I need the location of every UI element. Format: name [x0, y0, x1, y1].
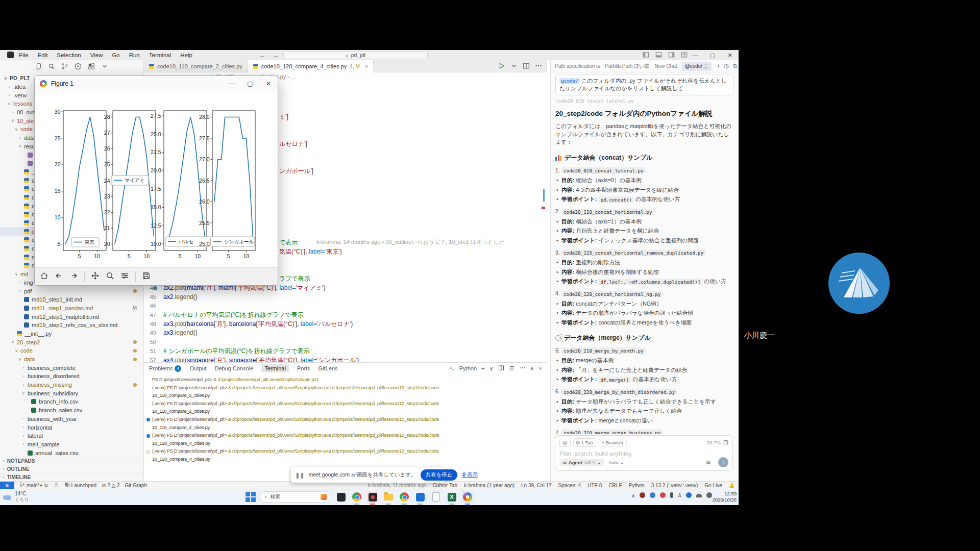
panel-tab-debug-console[interactable]: Debug Console [215, 365, 254, 371]
tree-item-data[interactable]: ∨data [0, 355, 144, 364]
tray-mic-icon[interactable] [670, 492, 673, 499]
panel-tab-output[interactable]: Output [189, 365, 206, 371]
chat-tab-3[interactable]: @code/ こ [682, 62, 712, 71]
close-button[interactable]: ✕ [721, 50, 739, 60]
tree-item-md10_step1_init.md[interactable]: md10_step1_init.md [0, 295, 144, 304]
status-spaces-4[interactable]: Spaces: 4 [558, 483, 581, 488]
layout-secondary-icon[interactable] [668, 52, 675, 59]
status-cursor-tab[interactable]: Cursor Tab [432, 483, 457, 488]
section-timeline[interactable]: ›TIMELINE [0, 473, 144, 481]
tab-context-chip[interactable]: ⧉1 Tab [573, 438, 596, 447]
minimize-button[interactable]: — [687, 50, 704, 60]
tree-item-business_complete[interactable]: ›business_complete [0, 363, 144, 372]
figure-titlebar[interactable]: Figure 1 — ▢ ✕ [35, 76, 278, 91]
status-ln-39-col-17[interactable]: Ln 39, Col 17 [521, 483, 552, 488]
file-chip[interactable]: code20_010_concat_lateral.py [561, 167, 646, 173]
maximize-button[interactable]: ▢ [704, 50, 721, 60]
tree-item-branch_info.csv[interactable]: branch_info.csv [0, 397, 144, 406]
browser-chip[interactable]: + Browser [599, 439, 627, 447]
nav-forward-icon[interactable]: → [273, 52, 279, 59]
menu-run[interactable]: Run [129, 52, 140, 58]
hide-link[interactable]: 非表示 [461, 471, 478, 479]
tree-item-20_step2[interactable]: ∨20_step2 [0, 338, 144, 346]
tree-item-annual_sales.csv[interactable]: annual_sales.csv [0, 448, 144, 456]
menu-terminal[interactable]: Terminal [149, 52, 171, 58]
status-crlf[interactable]: CRLF [608, 483, 622, 488]
split-terminal-icon[interactable] [498, 365, 504, 372]
file-chip[interactable]: code20_115_concat_horizontal_remove_dupl… [561, 249, 705, 256]
taskbar-notepad-icon[interactable] [430, 491, 442, 503]
kill-terminal-icon[interactable] [509, 365, 515, 372]
tree-item-__init__.py[interactable]: __init__.py [0, 330, 144, 338]
file-chip[interactable]: code20_210_merge_by_month.py [561, 347, 646, 354]
figure-maximize-button[interactable]: ▢ [241, 76, 259, 91]
layout-panel-icon[interactable] [655, 52, 662, 59]
editor-tab-code10_120_compare_4_cities.py[interactable]: code10_120_compare_4_cities.py4, M× [248, 60, 374, 72]
command-center-search[interactable]: ⌕ pd_plt [283, 51, 428, 59]
search-icon[interactable] [47, 62, 56, 70]
tray-chevron-up-icon[interactable]: ∧ [631, 493, 635, 498]
figure-tool-zoom-icon[interactable] [106, 271, 114, 282]
send-button[interactable]: ↑ [718, 457, 728, 467]
tree-item-business_disordered[interactable]: ›business_disordered [0, 372, 144, 381]
copy-files-icon[interactable] [34, 62, 42, 70]
taskbar-matplotlib-icon[interactable] [461, 491, 474, 503]
figure-tool-save-icon[interactable] [142, 271, 151, 282]
tree-item-horizontal[interactable]: ›horizontal [0, 423, 144, 432]
tree-item-lateral[interactable]: ›lateral [0, 432, 144, 440]
status-go-live[interactable]: Go Live [704, 483, 722, 488]
taskbar-task-view-icon[interactable] [335, 491, 347, 503]
layout-sidebar-icon[interactable] [643, 52, 649, 59]
figure-close-button[interactable]: ✕ [259, 76, 278, 91]
section-outline[interactable]: ›OUTLINE [0, 465, 144, 473]
menu-go[interactable]: Go [112, 52, 119, 58]
file-chip[interactable]: code20_220_merge_by_month_disordered.py [561, 389, 677, 395]
status-python[interactable]: Python [629, 483, 645, 488]
figure-tool-home-icon[interactable] [40, 271, 48, 282]
panel-more-icon[interactable] [520, 365, 526, 372]
new-chat-icon[interactable]: + [717, 63, 720, 69]
file-chip[interactable]: code20_110_concat_horizontal.py [561, 209, 654, 215]
status-git-graph[interactable]: Git Graph [125, 483, 147, 488]
figure-tool-pan-icon[interactable] [91, 271, 100, 282]
tray-shield-icon[interactable] [660, 492, 666, 499]
menu-file[interactable]: File [19, 52, 29, 58]
tray-volume-icon[interactable] [706, 492, 712, 499]
history-icon[interactable]: ◷ [724, 63, 729, 69]
chat-tab-2[interactable]: New Chat [655, 63, 677, 69]
figure-tool-configure-icon[interactable] [120, 271, 129, 282]
terminal-output[interactable]: PS D:\projects\lessons\pd_plt> & d:/proj… [146, 376, 546, 481]
taskbar-excel-icon[interactable]: X [446, 491, 458, 503]
menu-selection[interactable]: Selection [57, 52, 81, 58]
tray-record-red-icon[interactable] [640, 492, 645, 499]
extensions-icon[interactable] [87, 62, 95, 70]
panel-tab-problems[interactable]: Problems4 [149, 365, 181, 372]
tree-item-md11_step1_pandas.md[interactable]: md11_step1_pandas.mdM [0, 304, 144, 313]
file-chip[interactable]: code20_310_merge_outer_business.py [561, 430, 663, 434]
tree-item-md19_step1_refs_csv_vs_xlsx.md[interactable]: md19_step1_refs_csv_vs_xlsx.md [0, 321, 144, 330]
menu-edit[interactable]: Edit [38, 52, 48, 58]
status-utf-8[interactable]: UTF-8 [587, 483, 602, 488]
figure-minimize-button[interactable]: — [223, 76, 241, 91]
run-python-icon[interactable] [498, 62, 505, 70]
split-editor-icon[interactable] [523, 62, 530, 70]
model-select[interactable]: Auto ⌄ [608, 460, 624, 465]
menu-help[interactable]: Help [180, 52, 192, 58]
context-chip[interactable]: @code/ [559, 78, 580, 84]
tree-item-md12_step1_matplotlib.md[interactable]: md12_step1_matplotlib.md [0, 312, 144, 321]
mention-button[interactable]: @ [559, 439, 571, 447]
status--2-2[interactable]: ⊘ 2 △ 2 [102, 483, 120, 488]
status-launchpad[interactable]: Launchpad [64, 482, 97, 489]
taskbar-chrome-2-icon[interactable] [398, 491, 410, 503]
chat-tab-0[interactable]: Path specification is [555, 63, 600, 69]
figure-tool-back-icon[interactable] [55, 271, 63, 282]
weather-widget[interactable]: 14°C くもり [3, 491, 29, 503]
terminal-profile-icon[interactable] [449, 365, 455, 372]
editor-tab-code10_110_compare_2_cities.py[interactable]: code10_110_compare_2_cities.py [144, 60, 248, 72]
panel-tab-gitlens[interactable]: GitLens [318, 365, 338, 371]
chat-tab-1[interactable]: Pathlib.Path ぽい書 [605, 63, 649, 70]
chat-input-box[interactable]: @ ⧉1 Tab + Browser 30.7% Plan, search, b… [555, 435, 733, 471]
tree-item-business_subsidiary[interactable]: ∨business_subsidiary [0, 389, 144, 397]
panel-tab-terminal[interactable]: Terminal [261, 364, 289, 372]
tray-ime-a-icon[interactable]: A [678, 493, 681, 498]
